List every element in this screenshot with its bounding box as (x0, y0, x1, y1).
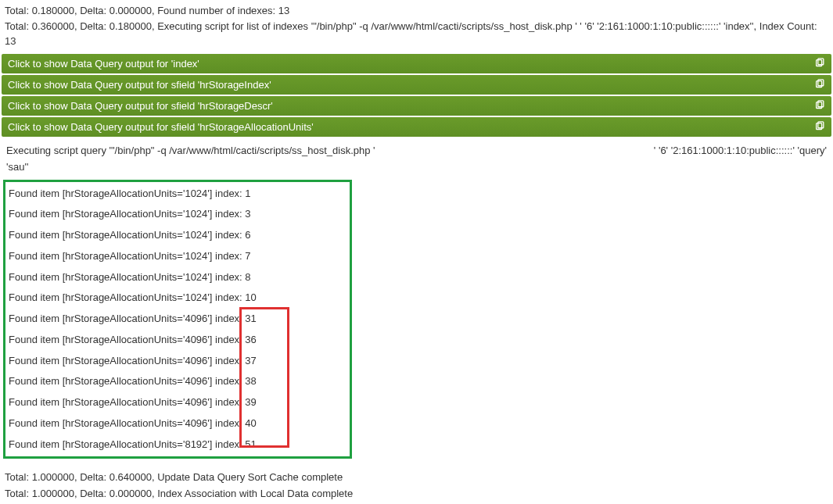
collapse-bar-index[interactable]: Click to show Data Query output for 'ind… (2, 54, 831, 73)
footer-log: Total: 1.000000, Delta: 0.640000, Update… (0, 462, 833, 504)
copy-icon[interactable] (814, 100, 825, 111)
collapse-bar-hrstorageindex[interactable]: Click to show Data Query output for sfie… (2, 75, 831, 95)
found-item: Found item [hrStorageAllocationUnits='40… (5, 371, 350, 392)
exec-line2: 'sau'' (6, 159, 28, 175)
collapse-label: Click to show Data Query output for sfie… (8, 100, 273, 112)
collapse-bar-hrstorageallocationunits[interactable]: Click to show Data Query output for sfie… (2, 117, 831, 137)
found-items-highlight-box: Found item [hrStorageAllocationUnits='10… (3, 180, 352, 459)
collapse-label: Click to show Data Query output for 'ind… (8, 58, 199, 70)
found-item: Found item [hrStorageAllocationUnits='10… (5, 204, 350, 225)
copy-icon[interactable] (814, 58, 825, 69)
collapse-label: Click to show Data Query output for sfie… (8, 79, 271, 91)
found-item: Found item [hrStorageAllocationUnits='10… (5, 288, 350, 309)
copy-icon[interactable] (814, 79, 825, 90)
exec-right: ' '6' '2:161:1000:1:10:public::::::' 'qu… (654, 143, 827, 159)
footer-line-1: Total: 1.000000, Delta: 0.640000, Update… (5, 470, 828, 486)
found-item: Found item [hrStorageAllocationUnits='10… (5, 267, 350, 288)
exec-query-text-2: 'sau'' (0, 159, 833, 177)
copy-icon[interactable] (814, 121, 825, 132)
found-item: Found item [hrStorageAllocationUnits='10… (5, 225, 350, 246)
exec-left: Executing script query '"/bin/php" -q /v… (6, 143, 375, 159)
header-line-1: Total: 0.180000, Delta: 0.000000, Found … (5, 3, 828, 19)
header-line-2: Total: 0.360000, Delta: 0.180000, Execut… (5, 19, 828, 49)
found-item: Found item [hrStorageAllocationUnits='40… (5, 330, 350, 351)
collapse-bar-hrstoragedescr[interactable]: Click to show Data Query output for sfie… (2, 96, 831, 116)
footer-line-2: Total: 1.000000, Delta: 0.000000, Index … (5, 486, 828, 502)
collapse-label: Click to show Data Query output for sfie… (8, 121, 314, 133)
found-item: Found item [hrStorageAllocationUnits='40… (5, 351, 350, 372)
exec-query-text: Executing script query '"/bin/php" -q /v… (0, 138, 833, 160)
found-item: Found item [hrStorageAllocationUnits='10… (5, 184, 350, 205)
found-item: Found item [hrStorageAllocationUnits='81… (5, 434, 350, 456)
found-item: Found item [hrStorageAllocationUnits='10… (5, 246, 350, 267)
header-log: Total: 0.180000, Delta: 0.000000, Found … (0, 0, 833, 52)
found-item: Found item [hrStorageAllocationUnits='40… (5, 309, 350, 330)
found-item: Found item [hrStorageAllocationUnits='40… (5, 392, 350, 413)
found-item: Found item [hrStorageAllocationUnits='40… (5, 413, 350, 434)
